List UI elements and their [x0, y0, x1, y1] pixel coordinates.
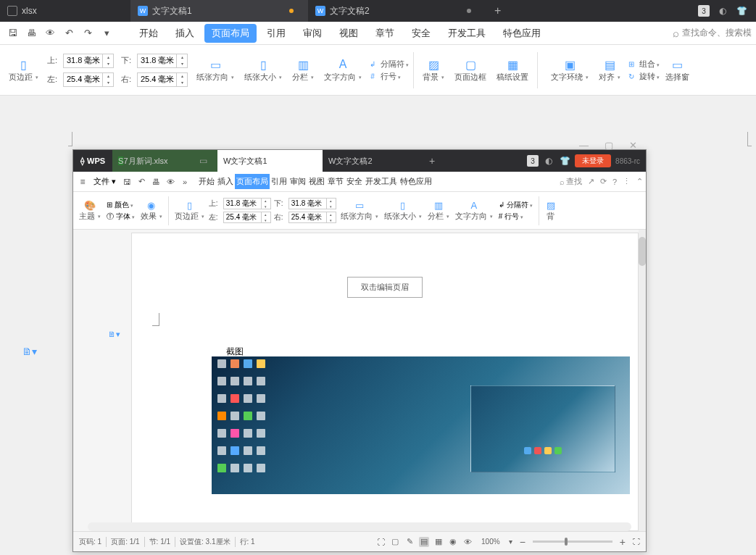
- menu-review[interactable]: 审阅: [296, 24, 329, 43]
- inner-print-button[interactable]: 🖶: [149, 174, 162, 190]
- inner-tab-doc2[interactable]: W 文字文稿2: [323, 150, 420, 172]
- align-button[interactable]: ▤对齐: [594, 45, 625, 95]
- margin-right-input[interactable]: 25.4 毫米: [137, 72, 188, 87]
- reading-icon[interactable]: ▢: [390, 537, 400, 547]
- side-doc-toggle[interactable]: 🗎▾: [22, 346, 37, 357]
- status-page-of[interactable]: 页面: 1/1: [111, 537, 139, 547]
- inner-search[interactable]: ⌕查找: [560, 176, 582, 187]
- inner-undo-button[interactable]: ↶: [135, 174, 148, 190]
- menu-page-layout[interactable]: 页面布局: [204, 24, 257, 43]
- menu-start[interactable]: 开始: [132, 24, 165, 43]
- command-search[interactable]: 查找命令、搜索模: [673, 27, 752, 39]
- text-direction-button[interactable]: A文字方向: [320, 45, 366, 95]
- margin-bottom-input[interactable]: 31.8 毫米: [137, 54, 188, 68]
- menu-view[interactable]: 视图: [332, 24, 365, 43]
- imargin-bottom-input[interactable]: 31.8 毫米: [288, 198, 336, 209]
- menu-special[interactable]: 特色应用: [496, 24, 548, 43]
- inner-columns-button[interactable]: ▥分栏: [425, 192, 452, 229]
- print-layout-icon[interactable]: ▤: [419, 537, 429, 547]
- group-button[interactable]: ⊞组合: [626, 59, 660, 70]
- apparel-icon[interactable]: 👕: [736, 5, 747, 17]
- eye-mode-icon[interactable]: 👁: [462, 537, 473, 547]
- imenu-page-layout[interactable]: 页面布局: [235, 174, 270, 189]
- rotate-button[interactable]: ↻旋转: [626, 71, 660, 82]
- inner-horizontal-scrollbar[interactable]: [88, 522, 631, 531]
- status-page-num[interactable]: 页码: 1: [79, 537, 101, 547]
- appearance-icon[interactable]: ◐: [543, 155, 554, 167]
- menu-references[interactable]: 引用: [259, 24, 293, 43]
- inner-tab-doc1[interactable]: W 文字文稿1: [217, 150, 323, 172]
- background-button[interactable]: ▨背景: [418, 45, 449, 95]
- columns-button[interactable]: ▥分栏: [288, 45, 318, 95]
- more-icon[interactable]: ⋮: [623, 177, 631, 186]
- close-button[interactable]: ✕: [625, 140, 641, 151]
- status-setting[interactable]: 设置值: 3.1厘米: [180, 537, 230, 547]
- imenu-review[interactable]: 审阅: [288, 174, 307, 189]
- hamburger-button[interactable]: ≡: [76, 174, 89, 190]
- manuscript-button[interactable]: ▦稿纸设置: [492, 45, 533, 95]
- inner-break-button[interactable]: ↲ 分隔符: [499, 200, 533, 210]
- undo-button[interactable]: ↶: [61, 25, 77, 41]
- new-tab-button[interactable]: +: [486, 4, 510, 17]
- page-border-button[interactable]: ▢页面边框: [450, 45, 491, 95]
- imenu-dev[interactable]: 开发工具: [364, 174, 399, 189]
- line-number-button[interactable]: #行号: [367, 71, 401, 82]
- embedded-screenshot[interactable]: [212, 356, 630, 494]
- collapse-ribbon-icon[interactable]: ⌃: [636, 177, 643, 186]
- menu-security[interactable]: 安全: [404, 24, 438, 43]
- menu-section[interactable]: 章节: [368, 24, 402, 43]
- margins-button[interactable]: ▯ 页边距: [4, 45, 43, 95]
- apparel-icon[interactable]: 👕: [559, 155, 570, 167]
- inner-bg-button[interactable]: ▨背: [542, 192, 560, 229]
- effects-button[interactable]: ◉效果: [138, 192, 165, 229]
- inner-text-dir-button[interactable]: A文字方向: [452, 192, 496, 229]
- zoom-out-button[interactable]: −: [517, 536, 528, 548]
- imenu-start[interactable]: 开始: [197, 174, 216, 189]
- imenu-view[interactable]: 视图: [307, 174, 326, 189]
- imargin-top-input[interactable]: 31.8 毫米: [223, 198, 271, 209]
- zoom-slider[interactable]: [533, 541, 612, 543]
- print-button[interactable]: 🖶: [23, 25, 39, 41]
- login-badge[interactable]: 未登录: [575, 154, 611, 167]
- paper-orientation-button[interactable]: ▭纸张方向: [192, 45, 238, 95]
- imenu-insert[interactable]: 插入: [216, 174, 235, 189]
- edit-mode-icon[interactable]: ✎: [404, 537, 415, 547]
- theme-button[interactable]: 🎨主题: [76, 192, 104, 229]
- section-break-button[interactable]: ↲分隔符: [367, 59, 409, 70]
- menu-insert[interactable]: 插入: [168, 24, 202, 43]
- menu-dev-tools[interactable]: 开发工具: [441, 24, 493, 43]
- minimize-button[interactable]: —: [575, 140, 593, 151]
- paper-size-button[interactable]: ▯纸张大小: [240, 45, 286, 95]
- inner-paper-dir-button[interactable]: ▭纸张方向: [338, 192, 381, 229]
- outline-icon[interactable]: ▦: [433, 537, 444, 547]
- margin-top-input[interactable]: 31.8 毫米: [63, 54, 114, 68]
- inner-qat-more[interactable]: »: [178, 174, 191, 190]
- qat-dropdown[interactable]: ▾: [99, 25, 115, 41]
- imargin-left-input[interactable]: 25.4 毫米: [223, 212, 271, 223]
- file-menu[interactable]: 文件 ▾: [91, 176, 119, 187]
- imenu-section[interactable]: 章节: [326, 174, 345, 189]
- preview-button[interactable]: 👁: [42, 25, 58, 41]
- edit-header-hint[interactable]: 双击编辑页眉: [347, 277, 423, 298]
- imenu-special[interactable]: 特色应用: [399, 174, 433, 189]
- color-button[interactable]: ⊞ 颜色: [107, 200, 133, 210]
- imenu-security[interactable]: 安全: [345, 174, 364, 189]
- help-icon[interactable]: ?: [612, 178, 617, 186]
- imenu-references[interactable]: 引用: [270, 174, 288, 189]
- zoom-level[interactable]: 100%: [481, 538, 500, 546]
- save-button[interactable]: 🖫: [4, 25, 20, 41]
- status-line[interactable]: 行: 1: [240, 537, 255, 547]
- inner-side-doc-toggle[interactable]: 🗎▾: [108, 330, 120, 339]
- fullscreen-icon[interactable]: ⛶: [375, 537, 386, 547]
- tab-count-badge[interactable]: 3: [698, 5, 710, 17]
- share-icon[interactable]: ↗: [588, 177, 594, 186]
- status-section[interactable]: 节: 1/1: [149, 537, 170, 547]
- inner-save-button[interactable]: 🖫: [120, 174, 133, 190]
- inner-preview-button[interactable]: 👁: [164, 174, 177, 190]
- tab-doc2[interactable]: W 文字文稿2: [308, 0, 486, 22]
- scroll-thumb[interactable]: [639, 237, 646, 266]
- margin-left-input[interactable]: 25.4 毫米: [63, 72, 114, 87]
- maximize-button[interactable]: ▢: [600, 140, 618, 151]
- inner-vertical-scrollbar[interactable]: [639, 230, 646, 531]
- web-layout-icon[interactable]: ◉: [448, 537, 458, 547]
